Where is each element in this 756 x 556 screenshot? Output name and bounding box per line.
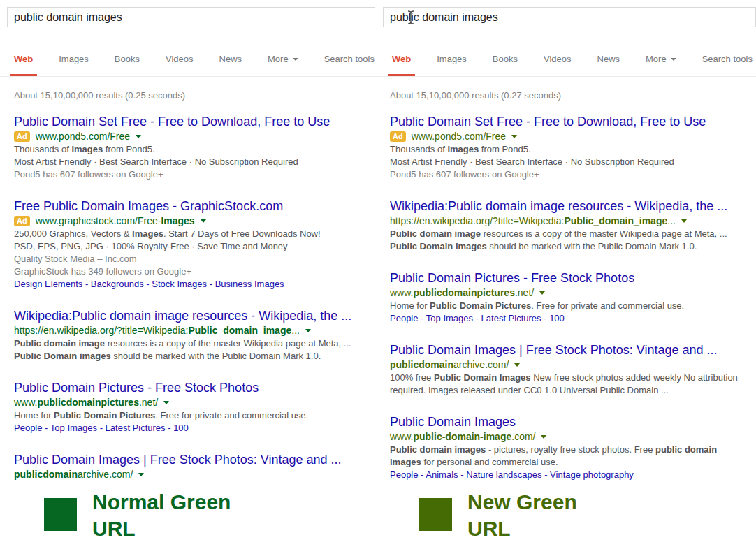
ad-badge: Ad [390, 131, 406, 142]
result-title-link[interactable]: Public Domain Set Free - Free to Downloa… [14, 114, 330, 129]
dropdown-arrow-icon[interactable] [305, 329, 311, 332]
result-sitelinks: People - Animals - Nature landscapes - V… [390, 469, 748, 481]
dropdown-arrow-icon[interactable] [163, 401, 169, 404]
legend: New Green URL [419, 489, 577, 542]
result-snippet-line: Home for Public Domain Pictures. Free fo… [14, 409, 372, 422]
sitelink[interactable]: People [390, 313, 418, 323]
text-segment: public-domain-image [413, 431, 511, 442]
result-snippet-line: Public domain image resources is a copy … [390, 228, 748, 240]
tab-web[interactable]: Web [10, 54, 37, 76]
sitelink[interactable]: Business Images [215, 279, 284, 289]
text-segment: .com/ [511, 431, 535, 442]
dropdown-arrow-icon[interactable] [541, 435, 546, 439]
text-segment: Images [447, 144, 479, 154]
sitelink[interactable]: Latest Pictures [106, 423, 166, 433]
text-segment: Public_domain_image [188, 325, 291, 336]
sitelink[interactable]: Animals [426, 469, 458, 480]
text-segment: 100% free [390, 372, 434, 383]
result-title-link[interactable]: Public Domain Images [390, 414, 516, 430]
search-input[interactable] [7, 7, 375, 27]
result-title-link[interactable]: Wikipedia:Public domain image resources … [390, 198, 727, 214]
text-segment: Public_domain_image [564, 215, 667, 226]
tab-books[interactable]: Books [493, 54, 518, 76]
search-tabs-bar: WebImagesBooksVideosNewsMoreSearch tools [378, 42, 756, 77]
legend-label-line1: New Green [467, 489, 577, 515]
tab-videos[interactable]: Videos [544, 54, 572, 76]
text-segment: Home for [14, 410, 54, 420]
result-sitelinks: Design Elements - Backgrounds - Stock Im… [14, 278, 372, 291]
result-url-line: Adwww.pond5.com/Free [14, 130, 372, 142]
dropdown-arrow-icon[interactable] [511, 135, 517, 138]
sitelink[interactable]: 100 [173, 423, 189, 433]
result-title-link[interactable]: Public Domain Images | Free Stock Photos… [14, 452, 342, 467]
result-title-link[interactable]: Public Domain Pictures - Free Stock Phot… [390, 270, 634, 286]
result-url-line: publicdomainarchive.com/ [390, 358, 748, 371]
text-segment: Pond5 has 607 followers on Google+ [390, 169, 539, 180]
tab-search-tools[interactable]: Search tools [324, 54, 375, 76]
sitelink[interactable]: Design Elements [14, 279, 82, 289]
ad-badge: Ad [14, 131, 30, 142]
sitelink[interactable]: People [14, 423, 42, 433]
result-title-link[interactable]: Public Domain Pictures - Free Stock Phot… [14, 380, 259, 395]
tab-news[interactable]: News [219, 54, 242, 76]
text-segment: should be marked with the Public Domain … [111, 351, 321, 361]
sitelink[interactable]: Latest Pictures [481, 313, 541, 323]
text-segment: www.pond5.com/Free [412, 131, 506, 142]
tab-search-tools[interactable]: Search tools [702, 54, 753, 76]
text-segment: from Pond5. [103, 144, 154, 154]
result-title-link[interactable]: Free Public Domain Images - GraphicStock… [14, 198, 283, 214]
result-title-link[interactable]: Wikipedia:Public domain image resources … [14, 308, 351, 323]
sitelink[interactable]: 100 [549, 313, 565, 323]
text-segment: Most Artist Friendly · Best Search Inter… [390, 156, 674, 167]
sitelink[interactable]: People [390, 469, 418, 480]
tab-books[interactable]: Books [115, 54, 140, 76]
result-snippet-line: Most Artist Friendly · Best Search Inter… [390, 156, 748, 168]
tab-web[interactable]: Web [388, 54, 415, 76]
text-segment: Home for [390, 300, 430, 311]
tab-more[interactable]: More [268, 54, 298, 76]
text-segment: Public domain image [390, 228, 481, 239]
text-segment: should be marked with the Public Domain … [487, 241, 697, 251]
sitelink[interactable]: Stock Images [152, 279, 207, 289]
text-segment: resources is a copy of the master Wikipe… [481, 228, 727, 239]
dropdown-arrow-icon[interactable] [514, 363, 520, 367]
tab-videos[interactable]: Videos [166, 54, 194, 76]
search-result: Public Domain Pictures - Free Stock Phot… [14, 380, 372, 434]
tab-news[interactable]: News [597, 54, 620, 76]
dropdown-arrow-icon[interactable] [539, 291, 545, 295]
search-input[interactable] [383, 7, 756, 27]
chevron-down-icon [293, 58, 298, 61]
text-segment: PSD, EPS, PNG, JPG · 100% Royalty-Free ·… [14, 241, 288, 251]
result-url-line: www.public-domain-image.com/ [390, 430, 748, 443]
text-segment: resources is a copy of the master Wikipe… [105, 338, 351, 349]
sitelink[interactable]: Top Images [50, 423, 97, 433]
text-segment: . Free for private and commercial use. [155, 410, 308, 420]
sitelink[interactable]: Vintage photography [550, 469, 634, 480]
sitelink[interactable]: Top Images [426, 313, 473, 323]
tab-more[interactable]: More [646, 54, 676, 76]
sitelink[interactable]: Backgrounds [91, 279, 144, 289]
tab-images[interactable]: Images [59, 54, 89, 76]
text-segment: Thousands of [390, 144, 447, 154]
result-url: www.pond5.com/Free [36, 131, 130, 142]
dropdown-arrow-icon[interactable] [681, 219, 687, 223]
result-snippet-line: Public domain image resources is a copy … [14, 337, 372, 350]
text-segment: www. [14, 397, 37, 408]
result-title-link[interactable]: Public Domain Images | Free Stock Photos… [390, 342, 718, 358]
result-url: www.publicdomainpictures.net/ [390, 287, 534, 298]
result-url: www.publicdomainpictures.net/ [14, 397, 158, 408]
dropdown-arrow-icon[interactable] [201, 219, 206, 223]
dropdown-arrow-icon[interactable] [138, 473, 144, 476]
result-snippet-line: Public Domain images should be marked wi… [390, 240, 748, 253]
result-snippet-line: Thousands of Images from Pond5. [14, 143, 372, 156]
sitelink[interactable]: Nature landscapes [466, 469, 541, 480]
tab-images[interactable]: Images [437, 54, 467, 76]
text-segment: Most Artist Friendly · Best Search Inter… [14, 156, 298, 167]
result-url: https://en.wikipedia.org/?title=Wikipedi… [390, 215, 676, 226]
legend-label-line2: URL [467, 515, 577, 542]
result-title-link[interactable]: Public Domain Set Free - Free to Downloa… [390, 114, 706, 129]
search-result: Public Domain Images | Free Stock Photos… [390, 342, 748, 397]
dropdown-arrow-icon[interactable] [136, 135, 141, 138]
text-segment: www.graphicstock.com/Free- [36, 215, 161, 226]
result-sitelinks: People - Top Images - Latest Pictures - … [14, 422, 372, 434]
